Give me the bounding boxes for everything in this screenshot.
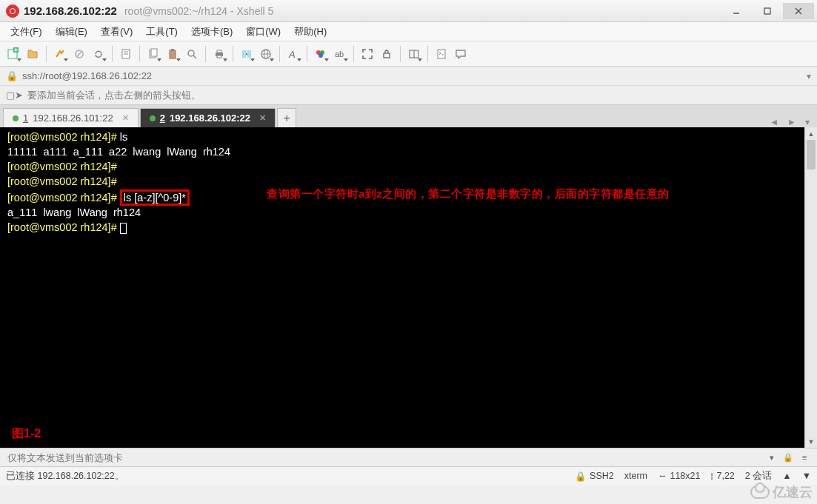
cmd-text: ls (120, 131, 127, 143)
connect-button[interactable] (51, 45, 69, 63)
address-text[interactable]: ssh://root@192.168.26.102:22 (22, 70, 152, 81)
tabstrip: 1 192.168.26.101:22 ✕ 2 192.168.26.102:2… (0, 105, 817, 127)
output-line: a_111 lwang lWang rh124 (7, 206, 141, 218)
add-tab-button[interactable]: + (277, 108, 296, 127)
output-line: 11111 a111 a_111 a22 lwang lWang rh124 (7, 146, 230, 158)
properties-button[interactable] (117, 45, 135, 63)
send-input[interactable] (4, 451, 764, 465)
tab-prev-icon[interactable]: ◄ (765, 117, 783, 127)
tab-menu-icon[interactable]: ▾ (801, 117, 814, 127)
status-up-icon[interactable]: ▲ (782, 471, 791, 481)
svg-rect-20 (217, 50, 221, 53)
tab-number: 1 (23, 112, 28, 124)
send-target-dropdown[interactable]: ▾ (764, 453, 780, 463)
scroll-thumb[interactable] (807, 140, 816, 169)
svg-rect-23 (247, 50, 251, 58)
tab-close-icon[interactable]: ✕ (259, 113, 266, 123)
menu-help[interactable]: 帮助(H) (288, 23, 333, 41)
svg-point-17 (188, 50, 194, 56)
transfer-button[interactable] (238, 45, 256, 63)
watermark: 亿速云 (750, 483, 813, 501)
svg-text:ab: ab (335, 50, 344, 58)
annotation-text: 查询第一个字符时a到z之间的，第二个字符是非数字的，后面的字符都是任意的 (267, 187, 670, 201)
menu-tools[interactable]: 工具(T) (140, 23, 184, 41)
prompt: [root@vms002 rh124]# (7, 161, 120, 172)
terminal[interactable]: [root@vms002 rh124]# ls 11111 a111 a_111… (0, 127, 804, 448)
layout-button[interactable] (405, 45, 423, 63)
close-button[interactable] (783, 3, 814, 19)
status-termtype: xterm (624, 471, 647, 481)
fullscreen-button[interactable] (359, 45, 376, 63)
script-button[interactable] (433, 45, 450, 63)
status-down-icon[interactable]: ▼ (802, 471, 811, 481)
info-bar: ▢➤ 要添加当前会话，点击左侧的箭头按钮。 (0, 86, 817, 105)
reconnect-button[interactable] (90, 45, 107, 63)
svg-rect-14 (151, 49, 157, 56)
scrollbar[interactable]: ▲ ▼ (804, 127, 817, 448)
svg-line-18 (193, 56, 196, 58)
send-bar: ▾ 🔒 ≡ (0, 448, 817, 467)
lock-button[interactable] (378, 45, 396, 63)
tab-number: 2 (160, 112, 165, 124)
svg-rect-35 (438, 50, 445, 58)
svg-text:A: A (288, 49, 296, 60)
status-protocol: 🔒SSH2 (575, 471, 614, 482)
svg-rect-21 (217, 56, 221, 58)
highlighted-command: ls [a-z][^0-9]* (120, 189, 190, 206)
status-size: ↔118x21 (658, 471, 701, 481)
copy-button[interactable] (144, 45, 162, 63)
send-lock-icon[interactable]: 🔒 (780, 453, 796, 463)
status-dot-icon (13, 115, 19, 121)
svg-line-9 (76, 51, 82, 57)
address-dropdown-icon[interactable]: ▾ (807, 71, 811, 81)
prompt: [root@vms002 rh124]# (7, 131, 120, 143)
menu-view[interactable]: 查看(V) (95, 23, 139, 41)
status-connection: 已连接 192.168.26.102:22。 (6, 470, 124, 483)
color-button[interactable] (312, 45, 330, 63)
tab-label: 192.168.26.101:22 (33, 112, 113, 124)
menu-window[interactable]: 窗口(W) (240, 23, 287, 41)
add-session-arrow-icon[interactable]: ▢➤ (6, 90, 23, 101)
svg-rect-22 (242, 50, 246, 58)
minimize-button[interactable] (721, 3, 752, 19)
window-title-sub: root@vms002:~/rh124 - Xshell 5 (124, 5, 273, 17)
disconnect-button[interactable] (70, 45, 88, 63)
menu-tabs[interactable]: 选项卡(B) (185, 23, 239, 41)
print-button[interactable] (210, 45, 228, 63)
cursor-icon (120, 223, 127, 234)
tab-close-icon[interactable]: ✕ (122, 113, 129, 123)
lock-icon: 🔒 (6, 70, 18, 81)
address-bar: 🔒 ssh://root@192.168.26.102:22 ▾ (0, 67, 817, 86)
prompt: [root@vms002 rh124]# (7, 192, 120, 204)
terminal-container: [root@vms002 rh124]# ls 11111 a111 a_111… (0, 127, 817, 448)
svg-rect-1 (764, 8, 770, 14)
tab-label: 192.168.26.102:22 (170, 112, 250, 124)
cloud-icon (750, 485, 770, 499)
menu-edit[interactable]: 编辑(E) (50, 23, 93, 41)
find-button[interactable] (183, 45, 201, 63)
prompt: [root@vms002 rh124]# (7, 175, 120, 187)
globe-button[interactable] (257, 45, 275, 63)
status-sessions: 2 会话 (745, 470, 772, 483)
open-button[interactable] (24, 45, 41, 63)
menu-file[interactable]: 文件(F) (4, 23, 48, 41)
scroll-up-icon[interactable]: ▲ (805, 127, 817, 140)
status-dot-icon (150, 115, 156, 121)
paste-button[interactable] (164, 45, 181, 63)
tab-next-icon[interactable]: ► (783, 117, 801, 127)
window-title-main: 192.168.26.102:22 (24, 4, 117, 17)
new-session-button[interactable] (4, 45, 22, 63)
svg-rect-15 (170, 50, 176, 58)
info-text: 要添加当前会话，点击左侧的箭头按钮。 (27, 89, 201, 102)
font-button[interactable]: A (284, 45, 302, 63)
send-menu-icon[interactable]: ≡ (796, 453, 813, 462)
maximize-button[interactable] (752, 3, 783, 19)
statusbar: 已连接 192.168.26.102:22。 🔒SSH2 xterm ↔118x… (0, 467, 817, 485)
app-icon (6, 4, 19, 18)
chat-button[interactable] (452, 45, 470, 63)
session-tab-2[interactable]: 2 192.168.26.102:22 ✕ (140, 108, 276, 127)
titlebar: 192.168.26.102:22 root@vms002:~/rh124 - … (0, 0, 817, 22)
scroll-down-icon[interactable]: ▼ (805, 435, 817, 448)
encoding-button[interactable]: ab (331, 45, 349, 63)
session-tab-1[interactable]: 1 192.168.26.101:22 ✕ (3, 108, 139, 127)
